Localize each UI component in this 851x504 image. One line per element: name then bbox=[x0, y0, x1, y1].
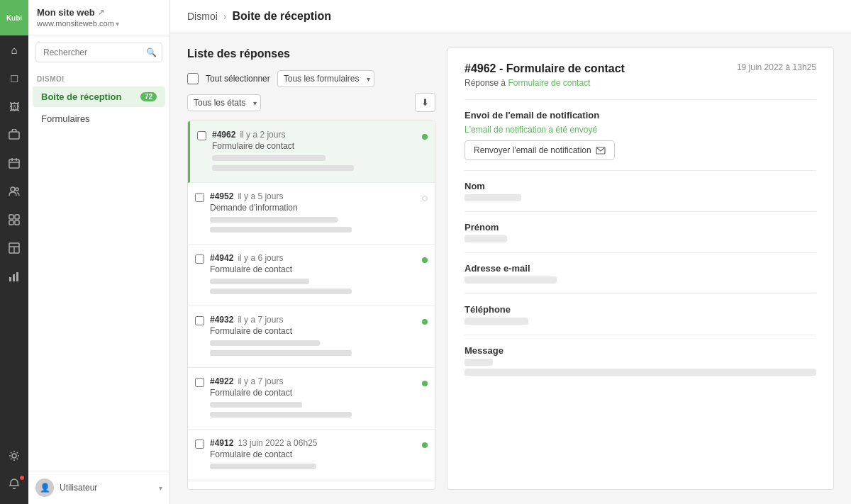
nav-settings[interactable] bbox=[0, 443, 28, 469]
response-info: #4942 il y a 6 jours Formulaire de conta… bbox=[210, 253, 416, 297]
response-preview bbox=[212, 154, 416, 174]
field-label-nom: Nom bbox=[465, 181, 816, 191]
unread-dot bbox=[422, 381, 428, 386]
response-meta: #4952 il y a 5 jours bbox=[210, 191, 416, 201]
breadcrumb-parent[interactable]: Dismoi bbox=[187, 11, 218, 22]
nav-plugins[interactable] bbox=[0, 207, 28, 233]
field-value-email bbox=[465, 276, 557, 284]
avatar: 👤 bbox=[35, 478, 54, 497]
nav-layout[interactable] bbox=[0, 235, 28, 261]
response-checkbox[interactable] bbox=[197, 131, 206, 140]
download-icon: ⬇ bbox=[421, 97, 429, 108]
response-meta: #4962 il y a 2 jours bbox=[212, 130, 416, 140]
response-checkbox[interactable] bbox=[195, 316, 204, 325]
nav-pages[interactable]: ◻ bbox=[0, 65, 28, 91]
response-item[interactable]: #4922 il y a 7 jours Formulaire de conta… bbox=[188, 368, 435, 430]
main-sidebar: Mon site web ↗ www.monsiteweb.com ▾ 🔍 DI… bbox=[28, 0, 170, 504]
read-dot bbox=[422, 196, 428, 201]
svg-rect-9 bbox=[9, 220, 13, 225]
sidebar-section-label: DISMOI bbox=[28, 69, 169, 86]
sidebar-item-inbox[interactable]: Boite de réception 72 bbox=[33, 86, 165, 107]
icon-sidebar: Kubi ⌂ ◻ 🖼 bbox=[0, 0, 28, 504]
response-info: #4952 il y a 5 jours Demande d'informati… bbox=[210, 191, 416, 235]
nav-notifications[interactable] bbox=[0, 471, 28, 497]
response-id: #4952 bbox=[210, 191, 233, 201]
response-form: Formulaire de contact bbox=[210, 264, 416, 274]
svg-point-17 bbox=[12, 454, 16, 458]
response-checkbox[interactable] bbox=[195, 439, 204, 449]
response-preview bbox=[210, 401, 416, 420]
site-url-display[interactable]: www.monsiteweb.com ▾ bbox=[37, 19, 161, 28]
field-value-message-2 bbox=[465, 369, 816, 376]
breadcrumb-separator: › bbox=[223, 11, 227, 22]
svg-rect-0 bbox=[9, 132, 19, 139]
search-input[interactable] bbox=[35, 43, 162, 62]
nav-analytics[interactable] bbox=[0, 264, 28, 289]
unread-dot bbox=[422, 134, 428, 140]
response-id: #4912 bbox=[210, 438, 233, 448]
response-checkbox[interactable] bbox=[195, 254, 204, 264]
response-item[interactable]: #4962 il y a 2 jours Formulaire de conta… bbox=[188, 121, 435, 183]
nav-users[interactable] bbox=[0, 179, 28, 204]
response-item[interactable]: #4932 il y a 7 jours Formulaire de conta… bbox=[188, 306, 435, 368]
response-time: 13 juin 2022 à 06h25 bbox=[238, 438, 317, 448]
email-icon bbox=[596, 145, 606, 155]
panel-title: Liste des réponses bbox=[187, 47, 435, 60]
svg-rect-16 bbox=[16, 272, 18, 281]
response-info: #4932 il y a 7 jours Formulaire de conta… bbox=[210, 315, 416, 359]
field-label-prenom: Prénom bbox=[465, 222, 816, 233]
response-time: il y a 7 jours bbox=[238, 315, 283, 325]
filters-bar: Tout sélectionner Tous les formulaires T… bbox=[187, 70, 435, 112]
field-message: Message bbox=[465, 345, 816, 376]
response-info: #4912 13 juin 2022 à 06h25 Formulaire de… bbox=[210, 438, 416, 472]
svg-point-6 bbox=[16, 188, 18, 191]
notification-sent-text: L'email de notification a été envoyé bbox=[465, 125, 816, 135]
notification-section-title: Envoi de l'email de notification bbox=[465, 110, 816, 121]
field-value-message-1 bbox=[465, 359, 493, 366]
forms-filter[interactable]: Tous les formulaires bbox=[277, 70, 374, 87]
nav-home[interactable]: ⌂ bbox=[0, 37, 28, 62]
section-divider bbox=[465, 293, 816, 294]
response-item[interactable]: #4942 il y a 6 jours Formulaire de conta… bbox=[188, 245, 435, 306]
section-divider bbox=[465, 211, 816, 212]
response-meta: #4932 il y a 7 jours bbox=[210, 315, 416, 325]
response-checkbox[interactable] bbox=[195, 378, 204, 387]
search-icon: 🔍 bbox=[146, 47, 157, 57]
detail-panel: #4962 - Formulaire de contact 19 juin 20… bbox=[447, 47, 834, 490]
response-id: #4922 bbox=[210, 376, 233, 386]
nav-calendar[interactable] bbox=[0, 150, 28, 176]
search-bar[interactable]: 🔍 bbox=[35, 43, 162, 62]
response-preview bbox=[210, 462, 416, 472]
nav-shop[interactable] bbox=[0, 122, 28, 147]
response-time: il y a 5 jours bbox=[238, 191, 283, 201]
svg-rect-7 bbox=[9, 215, 13, 219]
section-divider bbox=[465, 99, 816, 100]
response-form: Formulaire de contact bbox=[212, 141, 416, 151]
field-label-message: Message bbox=[465, 345, 816, 356]
unread-dot bbox=[422, 257, 428, 263]
response-form: Demande d'information bbox=[210, 203, 416, 213]
site-name-display[interactable]: Mon site web ↗ bbox=[37, 7, 161, 18]
sidebar-item-forms[interactable]: Formulaires bbox=[33, 108, 165, 129]
resend-button[interactable]: Renvoyer l'email de notification bbox=[465, 140, 615, 160]
app-logo: Kubi bbox=[6, 14, 22, 22]
states-filter[interactable]: Tous les états bbox=[187, 94, 261, 111]
detail-date: 19 juin 2022 à 13h25 bbox=[737, 62, 816, 72]
response-info: #4962 il y a 2 jours Formulaire de conta… bbox=[212, 130, 416, 174]
response-item[interactable]: #4952 il y a 5 jours Demande d'informati… bbox=[188, 183, 435, 245]
response-preview bbox=[210, 339, 416, 359]
notification-section: Envoi de l'email de notification L'email… bbox=[465, 110, 816, 160]
response-form: Formulaire de contact bbox=[210, 326, 416, 336]
breadcrumb-current: Boite de réception bbox=[232, 10, 331, 23]
select-all-checkbox[interactable] bbox=[187, 73, 199, 84]
response-checkbox[interactable] bbox=[195, 193, 204, 202]
download-button[interactable]: ⬇ bbox=[415, 93, 435, 112]
form-link[interactable]: Formulaire de contact bbox=[508, 78, 590, 88]
response-form: Formulaire de contact bbox=[210, 449, 416, 459]
field-email: Adresse e-mail bbox=[465, 263, 816, 284]
nav-media[interactable]: 🖼 bbox=[0, 94, 28, 119]
responses-list: #4962 il y a 2 jours Formulaire de conta… bbox=[187, 121, 435, 490]
user-profile[interactable]: 👤 Utilisateur ▾ bbox=[28, 471, 169, 504]
select-all-button[interactable]: Tout sélectionner bbox=[204, 74, 272, 84]
response-item[interactable]: #4912 13 juin 2022 à 06h25 Formulaire de… bbox=[188, 430, 435, 481]
